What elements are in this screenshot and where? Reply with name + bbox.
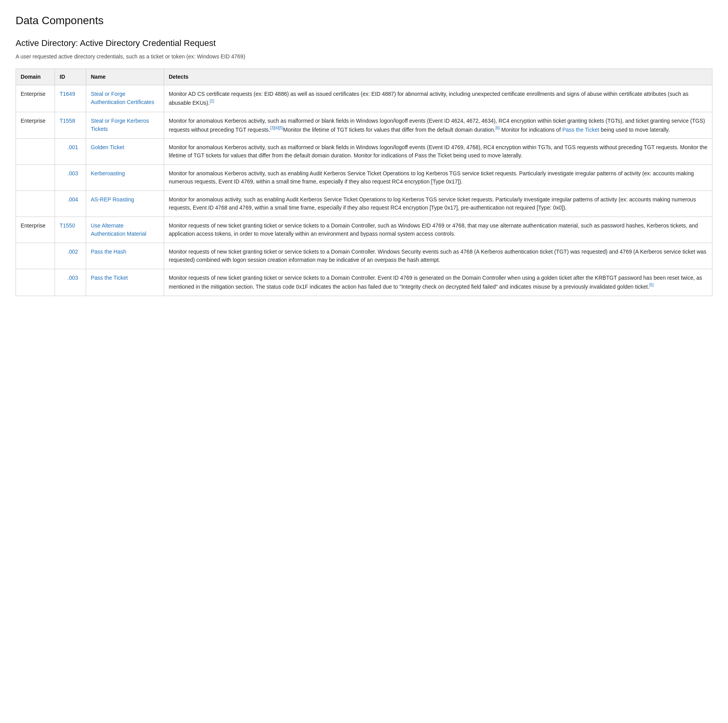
- cell-domain: [16, 139, 55, 165]
- detects-text-2: Monitor the lifetime of TGT tickets for …: [283, 126, 496, 132]
- cell-domain: Enterprise: [16, 217, 55, 243]
- section-title: Active Directory: Active Directory Crede…: [16, 37, 712, 49]
- page-title: Data Components: [16, 12, 712, 29]
- pass-the-ticket-link[interactable]: Pass the Ticket: [562, 126, 599, 132]
- header-detects: Detects: [164, 69, 712, 85]
- cell-detects: Monitor for anomalous Kerberos activity,…: [164, 112, 712, 139]
- detects-ref-2: [6]: [495, 126, 500, 130]
- subtitle: A user requested active directory creden…: [16, 53, 712, 61]
- detects-text: Monitor requests of new ticket granting …: [169, 275, 702, 290]
- detects-text: Monitor requests of new ticket granting …: [169, 249, 707, 263]
- sub-id: .003: [60, 275, 78, 281]
- name-link[interactable]: Pass the Hash: [91, 249, 126, 255]
- table-row: EnterpriseT1649Steal or Forge Authentica…: [16, 85, 712, 112]
- detects-text-3: Monitor for indications of: [500, 126, 562, 132]
- detects-ref: [2]: [210, 99, 214, 103]
- cell-id: .001: [55, 139, 86, 165]
- id-link[interactable]: T1558: [60, 118, 75, 124]
- table-row: EnterpriseT1550Use Alternate Authenticat…: [16, 217, 712, 243]
- sub-id-link[interactable]: .002: [67, 249, 78, 255]
- cell-detects: Monitor for anomalous Kerberos activity,…: [164, 165, 712, 191]
- detects-text: Monitor for anomalous activity, such as …: [169, 196, 696, 211]
- name-link[interactable]: Kerberoasting: [91, 170, 125, 176]
- id-link[interactable]: T1550: [60, 222, 75, 229]
- cell-detects: Monitor requests of new ticket granting …: [164, 217, 712, 243]
- header-name: Name: [86, 69, 164, 85]
- name-link[interactable]: Pass the Ticket: [91, 275, 128, 281]
- cell-id: T1550: [55, 217, 86, 243]
- sub-id-link[interactable]: .003: [67, 275, 78, 281]
- cell-domain: Enterprise: [16, 85, 55, 112]
- table-row: .003Pass the TicketMonitor requests of n…: [16, 269, 712, 296]
- cell-id: .003: [55, 269, 86, 296]
- name-link[interactable]: Steal or Forge Authentication Certificat…: [91, 91, 154, 105]
- cell-name: Pass the Ticket: [86, 269, 164, 296]
- table-row: EnterpriseT1558Steal or Forge Kerberos T…: [16, 112, 712, 139]
- header-domain: Domain: [16, 69, 55, 85]
- detects-ref: [5]: [649, 283, 654, 287]
- cell-id: .004: [55, 191, 86, 217]
- cell-detects: Monitor requests of new ticket granting …: [164, 243, 712, 269]
- detects-text: Monitor for anomalous Kerberos activity,…: [169, 144, 707, 159]
- data-table: Domain ID Name Detects EnterpriseT1649St…: [16, 69, 712, 296]
- cell-id: T1558: [55, 112, 86, 139]
- cell-domain: [16, 165, 55, 191]
- header-id: ID: [55, 69, 86, 85]
- cell-detects: Monitor requests of new ticket granting …: [164, 269, 712, 296]
- table-row: .002Pass the HashMonitor requests of new…: [16, 243, 712, 269]
- detects-text-4: being used to move laterally.: [599, 126, 670, 132]
- detects-text: Monitor requests of new ticket granting …: [169, 222, 698, 237]
- cell-domain: Enterprise: [16, 112, 55, 139]
- sub-id: .002: [60, 249, 78, 255]
- sub-id: .001: [60, 144, 78, 150]
- cell-detects: Monitor for anomalous activity, such as …: [164, 191, 712, 217]
- cell-detects: Monitor for anomalous Kerberos activity,…: [164, 139, 712, 165]
- sub-id-link[interactable]: .003: [67, 170, 78, 176]
- sub-id-link[interactable]: .001: [67, 144, 78, 150]
- cell-name: Steal or Forge Authentication Certificat…: [86, 85, 164, 112]
- cell-name: Use Alternate Authentication Material: [86, 217, 164, 243]
- cell-domain: [16, 269, 55, 296]
- name-link[interactable]: Steal or Forge Kerberos Tickets: [91, 118, 149, 132]
- id-link[interactable]: T1649: [60, 91, 75, 97]
- cell-name: Kerberoasting: [86, 165, 164, 191]
- cell-detects: Monitor AD CS certificate requests (ex: …: [164, 85, 712, 112]
- table-header-row: Domain ID Name Detects: [16, 69, 712, 85]
- cell-id: .003: [55, 165, 86, 191]
- name-link[interactable]: Golden Ticket: [91, 144, 124, 150]
- sub-id: .004: [60, 196, 78, 203]
- name-link[interactable]: AS-REP Roasting: [91, 196, 134, 203]
- detects-text: Monitor for anomalous Kerberos activity,…: [169, 170, 694, 185]
- sub-id: .003: [60, 170, 78, 176]
- cell-id: T1649: [55, 85, 86, 112]
- table-row: .004AS-REP RoastingMonitor for anomalous…: [16, 191, 712, 217]
- cell-name: Steal or Forge Kerberos Tickets: [86, 112, 164, 139]
- cell-name: Pass the Hash: [86, 243, 164, 269]
- cell-domain: [16, 191, 55, 217]
- cell-name: Golden Ticket: [86, 139, 164, 165]
- cell-domain: [16, 243, 55, 269]
- cell-id: .002: [55, 243, 86, 269]
- cell-name: AS-REP Roasting: [86, 191, 164, 217]
- table-row: .001Golden TicketMonitor for anomalous K…: [16, 139, 712, 165]
- name-link[interactable]: Use Alternate Authentication Material: [91, 222, 146, 237]
- sub-id-link[interactable]: .004: [67, 196, 78, 203]
- detects-text: Monitor AD CS certificate requests (ex: …: [169, 91, 688, 106]
- table-row: .003KerberoastingMonitor for anomalous K…: [16, 165, 712, 191]
- detects-ref-1: [3][4][5]: [270, 126, 283, 130]
